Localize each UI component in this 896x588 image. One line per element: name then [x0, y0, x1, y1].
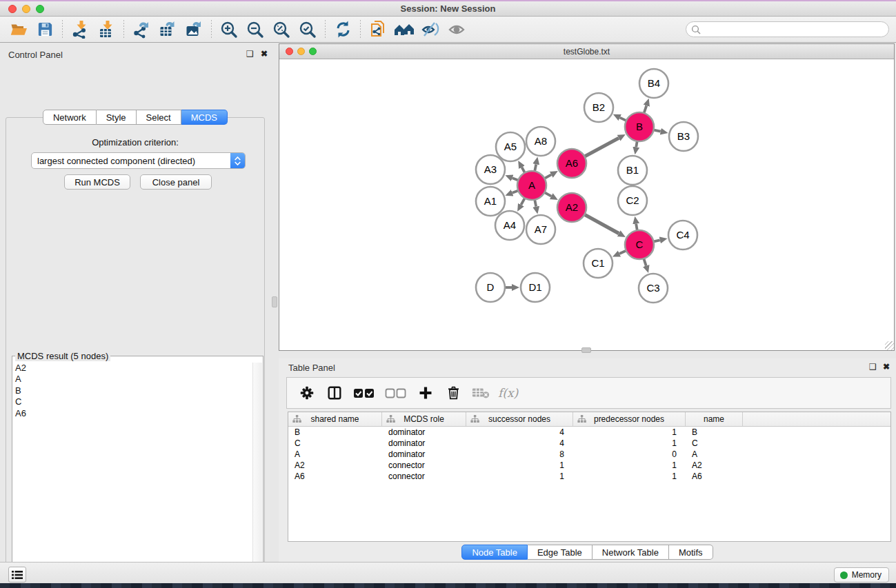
mcds-result-item[interactable]: A6: [12, 408, 252, 419]
graph-node-A4[interactable]: A4: [495, 211, 524, 240]
delete-table-icon: [472, 386, 490, 400]
graph-node-C2[interactable]: C2: [618, 186, 647, 215]
graph-node-B2[interactable]: B2: [584, 93, 613, 122]
column-header-MCDS-role[interactable]: MCDS role: [382, 412, 466, 426]
graph-node-A2[interactable]: A2: [557, 193, 586, 222]
close-panel-button[interactable]: Close panel: [140, 174, 212, 190]
graph-node-B[interactable]: B: [625, 112, 654, 141]
mcds-result-item[interactable]: B: [12, 385, 252, 396]
close-panel-icon[interactable]: ✖: [261, 49, 268, 59]
table-row[interactable]: A2connector11A2: [288, 460, 890, 471]
svg-text:C4: C4: [676, 229, 689, 241]
import-table-button[interactable]: [94, 19, 118, 41]
tab-motifs[interactable]: Motifs: [669, 545, 713, 560]
graph-node-D1[interactable]: D1: [521, 273, 550, 302]
first-neighbors-button[interactable]: [392, 19, 416, 41]
run-mcds-button[interactable]: Run MCDS: [64, 174, 130, 190]
table-cell: 1: [573, 427, 686, 437]
close-table-panel-icon[interactable]: ✖: [883, 362, 890, 372]
graph-node-A5[interactable]: A5: [496, 132, 525, 161]
tab-style[interactable]: Style: [97, 110, 137, 125]
create-column-button[interactable]: [415, 383, 436, 403]
column-header-successor-nodes[interactable]: successor nodes: [466, 412, 573, 426]
network-window-titlebar: testGlobe.txt: [279, 44, 894, 59]
criterion-dropdown[interactable]: largest connected component (directed): [31, 152, 246, 169]
zoom-out-button[interactable]: [243, 19, 267, 41]
export-network-button[interactable]: [130, 19, 153, 41]
zoom-selected-button[interactable]: [296, 19, 319, 41]
unselect-all-button[interactable]: [384, 383, 408, 403]
mcds-result-item[interactable]: A2: [12, 363, 252, 374]
graph-node-A1[interactable]: A1: [476, 187, 505, 216]
svg-text:B3: B3: [677, 130, 690, 142]
tab-network-table[interactable]: Network Table: [593, 545, 669, 560]
refresh-icon: [334, 20, 352, 39]
graph-node-C3[interactable]: C3: [639, 274, 668, 303]
tab-edge-table[interactable]: Edge Table: [528, 545, 593, 560]
search-field[interactable]: [686, 21, 889, 37]
search-input[interactable]: [704, 25, 888, 34]
window-resize-grip[interactable]: [885, 341, 894, 350]
toolbar-separator: [325, 20, 326, 39]
splitter-handle[interactable]: [272, 296, 277, 307]
graph-node-B3[interactable]: B3: [669, 122, 698, 151]
control-panel-title: Control Panel: [8, 50, 63, 60]
memory-button[interactable]: Memory: [834, 567, 889, 582]
clone-network-icon: [369, 20, 388, 39]
mcds-result-item[interactable]: C: [12, 396, 252, 407]
graph-edge-A2-C[interactable]: [584, 214, 619, 233]
table-row[interactable]: Adominator80A: [288, 449, 890, 460]
float-panel-icon[interactable]: ❑: [246, 49, 254, 59]
clone-network-button[interactable]: [366, 19, 390, 41]
graph-node-C[interactable]: C: [625, 230, 654, 259]
table-row[interactable]: Bdominator41B: [288, 427, 890, 438]
column-header-predecessor-nodes[interactable]: predecessor nodes: [573, 412, 686, 426]
graph-edge-A6-B[interactable]: [584, 138, 619, 157]
column-header-name[interactable]: name: [686, 412, 743, 426]
tab-select[interactable]: Select: [137, 110, 181, 125]
graph-node-A[interactable]: A: [517, 171, 546, 200]
export-table-button[interactable]: [156, 19, 179, 41]
save-session-button[interactable]: [33, 19, 57, 41]
table-settings-button[interactable]: [297, 383, 317, 403]
mcds-result-item[interactable]: A: [12, 374, 252, 385]
table-row[interactable]: Cdominator41C: [288, 438, 890, 449]
graph-node-C1[interactable]: C1: [584, 249, 613, 278]
zoom-fit-button[interactable]: [270, 19, 293, 41]
hide-selected-button[interactable]: [419, 19, 442, 41]
columns-icon: [326, 385, 343, 401]
tab-network[interactable]: Network: [43, 110, 97, 125]
show-all-button[interactable]: [445, 19, 468, 41]
export-image-button[interactable]: [182, 19, 206, 41]
graph-node-B4[interactable]: B4: [639, 69, 668, 98]
graph-node-A3[interactable]: A3: [476, 155, 505, 184]
graph-node-B1[interactable]: B1: [618, 156, 647, 185]
graph-node-A7[interactable]: A7: [526, 215, 555, 244]
refresh-button[interactable]: [331, 19, 355, 41]
import-network-button[interactable]: [68, 19, 92, 41]
open-file-button[interactable]: [7, 19, 30, 41]
float-table-panel-icon[interactable]: ❑: [869, 362, 877, 372]
main-toolbar: [0, 17, 896, 43]
mcds-result-scrollbar[interactable]: [252, 363, 262, 588]
network-canvas[interactable]: B4B2BB3A8A5A6B1A3AC2A1A2A4A7C4CC1C3DD1: [279, 59, 894, 350]
delete-column-button[interactable]: [443, 383, 464, 403]
tab-mcds[interactable]: MCDS: [181, 110, 228, 125]
show-columns-button[interactable]: [324, 383, 345, 403]
graph-node-A6[interactable]: A6: [557, 149, 586, 178]
graph-node-C4[interactable]: C4: [668, 221, 697, 250]
table-cell: 0: [573, 449, 686, 459]
table-cell: dominator: [382, 427, 466, 437]
column-header-shared-name[interactable]: shared name: [288, 412, 382, 426]
task-history-button[interactable]: [8, 567, 26, 582]
zoom-in-button[interactable]: [217, 19, 241, 41]
vertical-splitter[interactable]: [270, 43, 279, 562]
function-builder-button[interactable]: f(x): [498, 386, 518, 400]
horizontal-splitter-handle[interactable]: [581, 347, 591, 353]
delete-table-button[interactable]: [470, 383, 491, 403]
table-row[interactable]: A6connector11A6: [288, 471, 890, 482]
tab-node-table[interactable]: Node Table: [461, 545, 528, 560]
graph-node-D[interactable]: D: [476, 273, 505, 302]
select-all-button[interactable]: [352, 383, 377, 403]
graph-node-A8[interactable]: A8: [526, 127, 555, 156]
